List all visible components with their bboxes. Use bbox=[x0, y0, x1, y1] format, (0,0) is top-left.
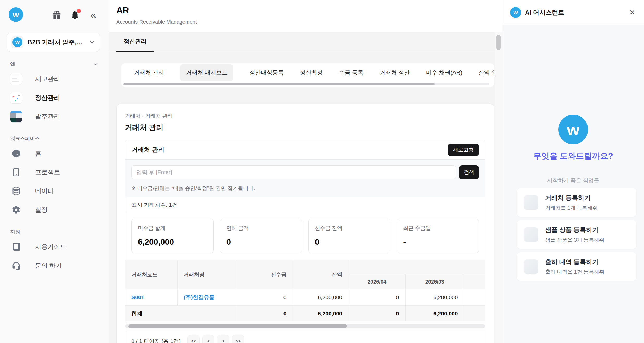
table-scrollbar[interactable] bbox=[125, 324, 485, 328]
task-register-sample-products[interactable]: 샘플 상품 등록하기 샘플 상품을 3개 등록해줘 bbox=[517, 220, 636, 249]
col-month-2026-04: 2026/04 bbox=[349, 274, 405, 289]
task-subtitle: 거래처를 1개 등록해줘 bbox=[545, 204, 598, 211]
subtab-scrollbar[interactable] bbox=[123, 83, 489, 85]
clients-table: 거래처코드 거래처명 선수금 잔액 2026/04 2026/03 2026/0… bbox=[125, 260, 485, 321]
sidebar-item-label: 재고관리 bbox=[35, 75, 60, 83]
task-title: 샘플 상품 등록하기 bbox=[545, 226, 604, 234]
cell-month-1: 6,200,000 bbox=[405, 289, 464, 306]
task-register-client[interactable]: 거래처 등록하기 거래처를 1개 등록해줘 bbox=[517, 188, 636, 217]
refresh-button[interactable]: 새로고침 bbox=[448, 144, 479, 156]
client-count: 표시 거래처수: 1건 bbox=[125, 197, 485, 212]
section-support-label: 지원 bbox=[10, 229, 20, 235]
sidebar-item-data[interactable]: 데이터 bbox=[0, 182, 109, 200]
gift-icon[interactable] bbox=[51, 9, 62, 20]
workspace-selector[interactable]: w B2B 거래처 발주,재고... bbox=[7, 33, 100, 52]
sidebar-item-settlement[interactable]: 정산관리 bbox=[0, 88, 109, 107]
last-page-button[interactable]: >> bbox=[232, 335, 244, 343]
stat-value: 0 bbox=[315, 237, 384, 247]
col-month-2026-02: 2026/02 bbox=[464, 274, 485, 289]
sidebar-item-contact[interactable]: 문의 하기 bbox=[0, 256, 109, 275]
page-title: AR bbox=[116, 5, 502, 15]
subtab-client-dashboard[interactable]: 거래처 대시보드 bbox=[180, 64, 233, 81]
client-name-link[interactable]: (주)한길유통 bbox=[177, 289, 237, 306]
task-placeholder-icon bbox=[524, 227, 538, 242]
ai-logo: w bbox=[510, 7, 521, 18]
sidebar-item-guide[interactable]: 사용가이드 bbox=[0, 237, 109, 256]
col-month-2026-03: 2026/03 bbox=[405, 274, 464, 289]
sidebar-item-settings[interactable]: 설정 bbox=[0, 200, 109, 219]
ordering-app-thumbnail-icon bbox=[10, 111, 22, 123]
sidebar-item-ordering[interactable]: 발주관리 bbox=[0, 107, 109, 126]
sidebar-item-inventory[interactable]: 재고관리 bbox=[0, 70, 109, 88]
collapse-sidebar-icon[interactable]: « bbox=[88, 9, 99, 20]
main-scrollbar[interactable] bbox=[495, 32, 502, 343]
ai-greeting: 무엇을 도와드릴까요? bbox=[502, 151, 644, 162]
sidebar-nav: 앱 재고관리 정산관리 발주관리 워크스페이스 홈 bbox=[0, 59, 109, 275]
sidebar-item-label: 정산관리 bbox=[35, 94, 60, 102]
ai-assistant-panel: w AI 어시스턴트 ✕ w 무엇을 도와드릴까요? 시작하기 좋은 작업들 거… bbox=[502, 0, 644, 343]
subtab-settlement-confirm[interactable]: 정산확정 bbox=[300, 69, 323, 77]
workspace-logo: w bbox=[12, 37, 22, 47]
tablet-icon bbox=[10, 166, 22, 178]
sidebar-item-label: 홈 bbox=[35, 149, 41, 158]
cell-advance: 0 bbox=[237, 289, 293, 306]
task-title: 출하 내역 등록하기 bbox=[545, 258, 604, 266]
task-register-shipment[interactable]: 출하 내역 등록하기 출하 내역을 1건 등록해줘 bbox=[517, 252, 636, 281]
database-icon bbox=[10, 185, 22, 197]
stat-cards: 미수금 합계 6,200,000 연체 금액 0 선수금 잔액 0 최근 수금일… bbox=[125, 212, 485, 260]
page-header: AR Accounts Receivable Management bbox=[109, 0, 502, 32]
main-content: AR Accounts Receivable Management 정산관리 거… bbox=[109, 0, 502, 343]
sidebar-header: w « bbox=[0, 0, 109, 29]
subtab-client-management[interactable]: 거래처 관리 bbox=[134, 69, 164, 77]
table-total-row: 합계 0 6,200,000 0 6,200,000 bbox=[125, 306, 485, 321]
sidebar-item-label: 설정 bbox=[35, 206, 48, 214]
app-logo[interactable]: w bbox=[9, 7, 23, 22]
total-label: 합계 bbox=[125, 306, 237, 321]
inventory-app-thumbnail-icon bbox=[10, 73, 22, 85]
close-icon[interactable]: ✕ bbox=[628, 7, 636, 18]
sidebar: w « w B2B 거래처 발주,재고... 앱 bbox=[0, 0, 109, 343]
total-advance: 0 bbox=[237, 306, 293, 321]
search-input[interactable] bbox=[131, 165, 456, 179]
stat-value: - bbox=[403, 237, 472, 247]
subtab-ar-receivables[interactable]: 미수 채권(AR) bbox=[426, 69, 462, 77]
sidebar-item-home[interactable]: 홈 bbox=[0, 144, 109, 163]
search-section: 검색 ※ 미수금/연체는 “매출 승인/확정”된 건만 집계됩니다. bbox=[125, 159, 485, 197]
stat-label: 연체 금액 bbox=[226, 225, 296, 232]
clients-table-wrapper: 거래처코드 거래처명 선수금 잔액 2026/04 2026/03 2026/0… bbox=[125, 260, 485, 321]
task-placeholder-icon bbox=[524, 195, 538, 210]
total-month-2 bbox=[464, 306, 485, 321]
chevron-down-icon[interactable] bbox=[92, 61, 99, 67]
bell-icon[interactable] bbox=[70, 9, 80, 20]
stat-receivable-total: 미수금 합계 6,200,000 bbox=[131, 219, 214, 253]
prev-page-button[interactable]: < bbox=[202, 335, 214, 343]
settlement-app-thumbnail-icon bbox=[10, 92, 22, 104]
sidebar-item-projects[interactable]: 프로젝트 bbox=[0, 163, 109, 182]
ai-task-list: 거래처 등록하기 거래처를 1개 등록해줘 샘플 상품 등록하기 샘플 상품을 … bbox=[517, 188, 636, 284]
sidebar-item-label: 발주관리 bbox=[35, 112, 60, 121]
subtab-client-settlement[interactable]: 거래처 정산 bbox=[380, 69, 410, 77]
subtab-settlement-target[interactable]: 정산대상등록 bbox=[249, 69, 284, 77]
ai-panel-title: AI 어시스턴트 bbox=[525, 8, 628, 17]
stat-label: 미수금 합계 bbox=[138, 225, 207, 232]
search-button[interactable]: 검색 bbox=[459, 165, 479, 179]
subtab-balance-ledger[interactable]: 잔액 원장 bbox=[478, 69, 494, 77]
workspace-logo-tile: w bbox=[11, 36, 23, 48]
stat-label: 최근 수금일 bbox=[403, 225, 472, 232]
sidebar-item-label: 프로젝트 bbox=[35, 168, 60, 176]
first-page-button[interactable]: << bbox=[187, 335, 200, 343]
notification-dot bbox=[77, 9, 81, 13]
total-month-0: 0 bbox=[349, 306, 405, 321]
book-icon bbox=[10, 241, 22, 253]
client-code-link[interactable]: S001 bbox=[125, 289, 177, 306]
task-subtitle: 출하 내역을 1건 등록해줘 bbox=[545, 268, 604, 275]
client-panel: 거래처 관리 새로고침 검색 ※ 미수금/연체는 “매출 승인/확정”된 건만 … bbox=[125, 140, 485, 343]
cell-balance: 6,200,000 bbox=[293, 289, 349, 306]
ai-panel-header: w AI 어시스턴트 ✕ bbox=[502, 0, 644, 25]
tab-settlement-management[interactable]: 정산관리 bbox=[116, 32, 154, 52]
subtab-payment-register[interactable]: 수금 등록 bbox=[339, 69, 363, 77]
next-page-button[interactable]: > bbox=[217, 335, 229, 343]
stat-label: 선수금 잔액 bbox=[315, 225, 384, 232]
section-support: 지원 bbox=[0, 226, 109, 237]
workspace-selector-label: B2B 거래처 발주,재고... bbox=[28, 38, 89, 46]
